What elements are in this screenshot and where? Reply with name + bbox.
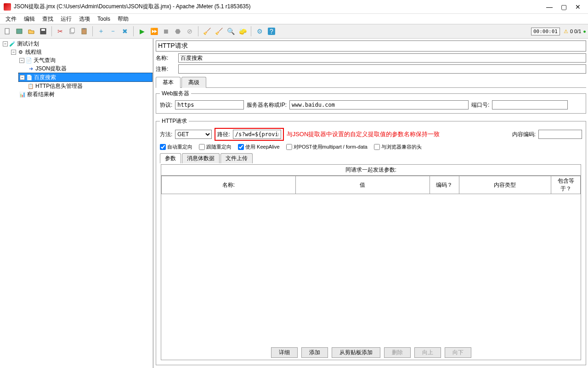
menu-file[interactable]: 文件: [3, 14, 19, 24]
subtab-params[interactable]: 参数: [160, 153, 181, 163]
collapse-toggle-icon[interactable]: −: [20, 75, 25, 80]
tree-node-view-results[interactable]: 📊 察看结果树: [18, 90, 153, 98]
subtab-files[interactable]: 文件上传: [220, 153, 253, 163]
tree-label: 线程组: [25, 48, 42, 56]
tree-label: 天气查询: [34, 56, 56, 64]
comment-input[interactable]: [178, 64, 586, 74]
col-include-equals[interactable]: 包含等于？: [551, 176, 581, 194]
postprocessor-icon: ➜: [28, 65, 34, 72]
window-title: JSON提取器.jmx (C:\Users\Admin\Documents\JS…: [14, 3, 546, 11]
path-input[interactable]: [233, 130, 281, 139]
subtab-body[interactable]: 消息体数据: [182, 153, 220, 163]
annotation-text: 与JSON提取器中设置的自定义提取值的参数名称保持一致: [287, 130, 440, 138]
name-input[interactable]: [178, 53, 586, 63]
add-button[interactable]: 添加: [301, 347, 328, 358]
tree-node-threadgroup[interactable]: − ⚙ 线程组: [10, 48, 153, 56]
templates-icon[interactable]: [14, 26, 25, 37]
tree-label: JSON提取器: [35, 64, 67, 73]
search-tree-icon[interactable]: 🔍: [225, 26, 236, 37]
name-label: 名称:: [156, 54, 176, 62]
checkbox-keepalive[interactable]: 使用 KeepAlive: [238, 144, 280, 150]
tree-node-testplan[interactable]: − 🧪 测试计划: [2, 40, 153, 48]
method-select[interactable]: GET: [175, 130, 212, 139]
cut-icon[interactable]: ✂: [55, 26, 66, 37]
collapse-toggle-icon[interactable]: −: [3, 41, 8, 46]
tree-node-json-extractor[interactable]: ➜ JSON提取器: [27, 64, 153, 73]
function-helper-icon[interactable]: ⚙: [254, 26, 265, 37]
param-table-body[interactable]: [161, 194, 581, 345]
menu-search[interactable]: 查找: [40, 14, 56, 24]
copy-icon[interactable]: [67, 26, 78, 37]
toggle-icon[interactable]: ✖: [119, 26, 130, 37]
protocol-input[interactable]: [175, 100, 244, 109]
server-label: 服务器名称或IP:: [247, 101, 287, 109]
add-from-clipboard-button[interactable]: 从剪贴板添加: [332, 347, 380, 358]
checkbox-auto-redirect[interactable]: 自动重定向: [160, 144, 192, 150]
collapse-toggle-icon[interactable]: −: [19, 58, 24, 63]
encoding-input[interactable]: [538, 130, 582, 139]
menu-help[interactable]: 帮助: [115, 14, 131, 24]
config-icon: 📋: [28, 83, 34, 89]
start-no-timers-icon[interactable]: ⏩: [148, 26, 159, 37]
remote-stop-icon[interactable]: ⊘: [184, 26, 195, 37]
shutdown-icon[interactable]: ⬣: [172, 26, 183, 37]
menu-tools[interactable]: Tools: [95, 15, 113, 23]
tree-node-baidu-search[interactable]: − 📄 百度搜索: [18, 73, 153, 82]
server-input[interactable]: [289, 100, 469, 109]
save-icon[interactable]: [38, 26, 49, 37]
start-icon[interactable]: ▶: [136, 26, 147, 37]
warning-count: 0 0/1: [570, 29, 581, 34]
delete-button[interactable]: 删除: [384, 347, 411, 358]
svg-rect-1: [17, 29, 22, 34]
down-button[interactable]: 向下: [445, 347, 471, 358]
tab-basic[interactable]: 基本: [156, 77, 181, 88]
tree-label: 测试计划: [17, 40, 39, 48]
menu-edit[interactable]: 编辑: [21, 14, 38, 24]
tree-label: 百度搜索: [34, 73, 56, 81]
app-icon: [4, 3, 11, 11]
reset-search-icon[interactable]: 🧽: [237, 26, 248, 37]
menu-run[interactable]: 运行: [58, 14, 74, 24]
menubar: 文件 编辑 查找 运行 选项 Tools 帮助: [0, 14, 588, 24]
svg-rect-5: [71, 28, 74, 33]
threadgroup-icon: ⚙: [17, 49, 24, 55]
path-highlight-box: 路径:: [215, 128, 283, 141]
checkbox-follow-redirect[interactable]: 跟随重定向: [199, 144, 232, 150]
httprequest-legend: HTTP请求: [160, 117, 189, 125]
collapse-icon[interactable]: －: [107, 26, 119, 37]
col-content-type[interactable]: 内容类型: [459, 176, 551, 194]
stop-icon[interactable]: ⏹: [160, 26, 171, 37]
comment-label: 注释:: [156, 65, 176, 73]
clear-icon[interactable]: 🧹: [201, 26, 212, 37]
tree-label: 察看结果树: [27, 90, 55, 98]
collapse-toggle-icon[interactable]: −: [11, 50, 16, 55]
svg-rect-7: [83, 28, 85, 29]
titlebar: JSON提取器.jmx (C:\Users\Admin\Documents\JS…: [0, 0, 588, 14]
tree-label: HTTP信息头管理器: [35, 82, 83, 90]
col-encode[interactable]: 编码？: [430, 176, 459, 194]
panel-title: HTTP请求: [156, 40, 586, 52]
tree-node-weather[interactable]: − 📄 天气查询: [18, 56, 153, 64]
param-table[interactable]: 名称: 值 编码？ 内容类型 包含等于？: [161, 176, 581, 194]
tree-panel: − 🧪 测试计划 − ⚙ 线程组: [0, 39, 154, 368]
close-icon[interactable]: ✕: [575, 3, 581, 11]
open-icon[interactable]: [26, 26, 37, 37]
detail-button[interactable]: 详细: [271, 347, 298, 358]
warning-badge[interactable]: ⚠ 0 0/1 ●: [564, 29, 586, 34]
port-input[interactable]: [492, 100, 568, 109]
up-button[interactable]: 向上: [414, 347, 441, 358]
help-icon[interactable]: ?: [266, 26, 277, 37]
tree-node-header-manager[interactable]: 📋 HTTP信息头管理器: [27, 82, 153, 90]
checkbox-multipart[interactable]: 对POST使用multipart / form-data: [286, 144, 368, 150]
tab-advanced[interactable]: 高级: [181, 77, 206, 88]
col-value[interactable]: 值: [295, 176, 430, 194]
paste-icon[interactable]: [79, 26, 90, 37]
minimize-icon[interactable]: —: [546, 3, 553, 11]
clear-all-icon[interactable]: 🧹: [213, 26, 224, 37]
maximize-icon[interactable]: ▢: [561, 3, 567, 11]
checkbox-browser-compat[interactable]: 与浏览器兼容的头: [374, 144, 422, 150]
expand-icon[interactable]: ＋: [96, 26, 107, 37]
menu-options[interactable]: 选项: [76, 14, 93, 24]
col-name[interactable]: 名称:: [162, 176, 296, 194]
new-icon[interactable]: [2, 26, 13, 37]
